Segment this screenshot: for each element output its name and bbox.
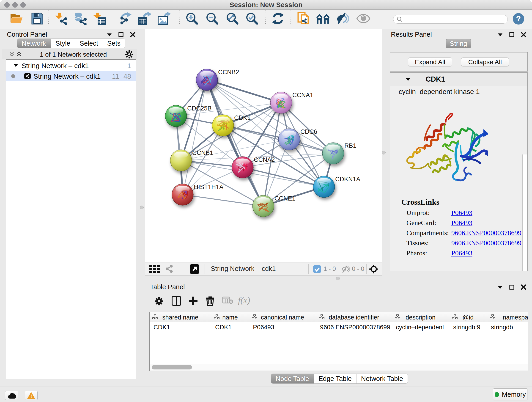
memory-ok-dot: [495, 392, 499, 397]
delete-column-icon[interactable]: [206, 296, 215, 307]
column-header-databaseidentifier[interactable]: database identifier: [316, 313, 392, 322]
create-column-icon[interactable]: [188, 296, 198, 307]
column-header-namespace[interactable]: namespace: [487, 313, 528, 322]
network-edge[interactable]: [207, 80, 281, 103]
network-options-gear-icon[interactable]: [125, 50, 134, 59]
zoom-in-button[interactable]: [186, 12, 198, 26]
birds-eye-view-icon[interactable]: [149, 265, 160, 274]
import-database-button[interactable]: [74, 12, 87, 26]
network-canvas[interactable]: CCNB2CCNA1CDC25BCDK1CDC6RB1CCNB1CCNA2CDK…: [145, 29, 382, 262]
crosslink-pharos-link[interactable]: P06493: [451, 249, 472, 257]
hide-selected-button[interactable]: [336, 13, 349, 26]
clone-network-button[interactable]: [298, 12, 310, 26]
column-header-description[interactable]: description: [392, 313, 449, 322]
panel-close-icon[interactable]: [130, 32, 136, 38]
panel-menu-icon[interactable]: [497, 32, 503, 37]
export-table-button[interactable]: [138, 12, 152, 26]
tab-select[interactable]: Select: [75, 39, 103, 48]
table-scrollbar-thumb[interactable]: [152, 365, 192, 370]
zoom-out-button[interactable]: [206, 12, 219, 26]
tab-sets[interactable]: Sets: [103, 39, 125, 48]
results-scrollbar[interactable]: [522, 154, 527, 271]
fit-selected-crosshair-icon[interactable]: [369, 264, 378, 274]
network-row[interactable]: String Network – cdk1 11 48: [6, 71, 136, 81]
entry-collapse-caret-icon[interactable]: [405, 77, 411, 81]
results-panel: Results Panel String Expand All Collapse…: [388, 29, 530, 282]
tab-network[interactable]: Network: [17, 39, 51, 48]
vertical-splitter-handle-left[interactable]: [140, 206, 144, 209]
vertical-splitter-handle-right[interactable]: [382, 151, 386, 154]
column-header-name[interactable]: name: [211, 313, 249, 322]
tab-network-table[interactable]: Network Table: [356, 374, 408, 383]
tab-node-table[interactable]: Node Table: [271, 374, 314, 383]
panel-close-icon[interactable]: [520, 32, 526, 38]
column-header-canonicalname[interactable]: canonical name: [249, 313, 316, 322]
save-session-button[interactable]: [31, 12, 44, 26]
zoom-fit-button[interactable]: [226, 12, 239, 26]
network-collection-row[interactable]: String Network – cdk1 1: [6, 61, 136, 70]
status-separator: [338, 264, 338, 274]
table-row[interactable]: CDK1CDK1P064939606.ENSP00000378699cyclin…: [150, 322, 528, 332]
delete-table-icon[interactable]: [222, 296, 233, 305]
refresh-button[interactable]: [272, 12, 284, 26]
network-edge[interactable]: [183, 195, 263, 206]
crosslink-tissues-link[interactable]: 9606.ENSP00000378699: [451, 239, 521, 247]
show-all-button[interactable]: [356, 14, 370, 24]
table-cell[interactable]: P06493: [253, 324, 316, 331]
panel-menu-icon[interactable]: [106, 32, 112, 37]
zoom-selected-button[interactable]: [246, 12, 259, 26]
results-tab-string[interactable]: String: [446, 39, 471, 48]
collapse-all-button[interactable]: Collapse All: [461, 57, 509, 66]
panel-float-icon[interactable]: [509, 32, 515, 37]
expand-all-button[interactable]: Expand All: [408, 57, 452, 66]
open-in-browser-icon[interactable]: [190, 264, 199, 275]
share-network-icon[interactable]: [165, 264, 174, 274]
table-horizontal-scrollbar[interactable]: [150, 364, 528, 370]
show-column-icon[interactable]: [172, 296, 181, 307]
open-session-button[interactable]: [10, 13, 23, 26]
table-cell[interactable]: stringdb:9...: [453, 324, 487, 331]
export-image-button[interactable]: [157, 12, 171, 26]
memory-button[interactable]: Memory: [493, 389, 527, 400]
table-options-gear-icon[interactable]: [154, 296, 164, 307]
column-header-sharedname[interactable]: shared name: [150, 313, 211, 322]
panel-close-icon[interactable]: [520, 284, 526, 290]
table-cell[interactable]: stringdb: [491, 324, 528, 331]
panel-float-icon[interactable]: [509, 284, 515, 290]
search-input[interactable]: [404, 15, 506, 23]
table-tabs: Node Table Edge Table Network Table: [271, 374, 408, 384]
crosslink-uniprot-link[interactable]: P06493: [451, 209, 472, 217]
window-title: Session: New Session: [0, 0, 532, 9]
home-button[interactable]: [316, 13, 330, 25]
table-cell[interactable]: 9606.ENSP00000378699: [320, 324, 392, 331]
import-network-button[interactable]: [55, 12, 68, 26]
status-separator: [308, 264, 309, 274]
search-icon: [397, 16, 403, 23]
app-status-bar: Memory: [0, 386, 532, 402]
horizontal-splitter-handle[interactable]: [336, 277, 340, 280]
selected-checkbox-icon[interactable]: [313, 265, 321, 274]
table-cell[interactable]: cyclin–dependent ...: [396, 324, 449, 331]
column-header-id[interactable]: @id: [449, 313, 487, 322]
network-collection-label: String Network – cdk1: [22, 62, 89, 70]
panel-menu-icon[interactable]: [497, 285, 503, 289]
crosslink-genecard-link[interactable]: P06493: [451, 219, 472, 227]
table-cell[interactable]: CDK1: [153, 324, 211, 331]
function-builder-icon[interactable]: f(x): [238, 295, 250, 305]
import-table-button[interactable]: [93, 12, 106, 26]
cloud-status-button[interactable]: [5, 391, 18, 400]
export-network-button[interactable]: [119, 12, 132, 26]
crosslink-compartments-link[interactable]: 9606.ENSP00000378699: [451, 229, 521, 237]
tab-edge-table[interactable]: Edge Table: [314, 374, 356, 383]
hidden-eye-icon[interactable]: [341, 265, 351, 274]
gene-entry-header[interactable]: CDK1: [390, 73, 527, 86]
crosslink-label: GeneCard:: [406, 219, 436, 227]
panel-float-icon[interactable]: [118, 32, 124, 37]
table-cell[interactable]: CDK1: [215, 324, 249, 331]
network-edge[interactable]: [183, 103, 281, 195]
tree-expand-caret-icon[interactable]: [13, 64, 18, 67]
tab-style[interactable]: Style: [51, 39, 75, 48]
help-button[interactable]: ?: [512, 13, 525, 26]
svg-text:?: ?: [516, 14, 521, 23]
warnings-button[interactable]: [25, 391, 38, 400]
